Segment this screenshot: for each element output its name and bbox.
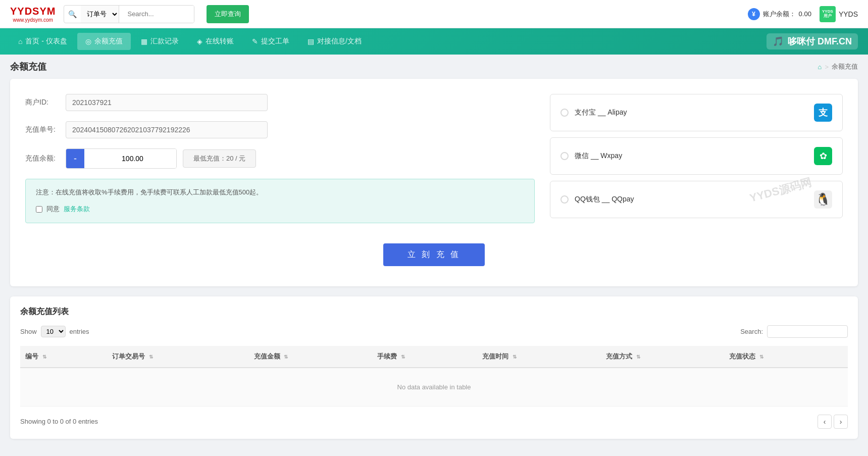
- agree-prefix: 同意: [46, 204, 60, 215]
- agree-row: 同意 服务条款: [36, 204, 524, 215]
- merchant-id-row: 商户ID:: [25, 94, 535, 111]
- no-data-row: No data available in table: [20, 368, 848, 407]
- pagination: ‹ ›: [818, 415, 848, 429]
- breadcrumb-home[interactable]: ⌂: [818, 63, 822, 71]
- col-id[interactable]: 编号 ⇅: [20, 346, 107, 368]
- search-select[interactable]: 订单号: [81, 6, 119, 23]
- ticket-icon: ✎: [252, 37, 258, 45]
- nav-label-records: 汇款记录: [150, 37, 179, 46]
- header-right: ¥ 账户余额： 0.00 YYDS用户 YYDS: [748, 6, 858, 22]
- col-fee[interactable]: 手续费 ⇅: [372, 346, 477, 368]
- search-input[interactable]: [123, 6, 194, 23]
- left-column: 商户ID: 充值单号: 充值余额: - + 最低充值：20: [25, 94, 535, 233]
- table-body: No data available in table: [20, 368, 848, 407]
- alipay-label: 支付宝 __ Alipay: [575, 108, 627, 117]
- payment-option-wechat[interactable]: 微信 __ Wxpay ✿: [550, 137, 843, 175]
- search-button[interactable]: 立即查询: [207, 5, 249, 23]
- table-search-label: Search:: [740, 328, 763, 335]
- logo-text: YYDSYM: [10, 6, 56, 17]
- header-left: YYDSYM www.yydsym.com 🔍 订单号 立即查询: [10, 5, 249, 23]
- payment-options: 支付宝 __ Alipay 支 微信 __ Wxpay ✿: [550, 94, 843, 218]
- sort-icon-amount: ⇅: [284, 354, 288, 360]
- alipay-icon: 支: [814, 104, 832, 122]
- sidebar-item-recharge[interactable]: ◎ 余额充值: [77, 33, 131, 50]
- table-search: Search:: [740, 325, 848, 338]
- sort-icon-method: ⇅: [636, 354, 640, 360]
- search-bar: 🔍 订单号: [64, 5, 194, 23]
- alipay-radio[interactable]: [560, 109, 569, 117]
- show-label: Show: [20, 328, 37, 335]
- recharge-icon: ◎: [85, 37, 91, 45]
- entries-label: entries: [70, 328, 89, 335]
- table-title: 余额充值列表: [20, 307, 848, 317]
- wechat-icon: ✿: [814, 147, 832, 165]
- nav-label-home: 首页 - 仪表盘: [25, 37, 67, 46]
- submit-row: 立 刻 充 值: [25, 233, 843, 271]
- col-order[interactable]: 订单交易号 ⇅: [107, 346, 249, 368]
- table-search-input[interactable]: [767, 325, 848, 338]
- notice-text: 注意：在线充值将收取%手续费用，免手续费可联系人工加款最低充值500起。: [36, 188, 263, 196]
- sidebar-item-records[interactable]: ▦ 汇款记录: [133, 33, 187, 50]
- agree-checkbox[interactable]: [36, 206, 42, 213]
- search-icon: 🔍: [64, 10, 81, 18]
- balance-value: 0.00: [799, 10, 811, 18]
- amount-row: 充值余额: - + 最低充值：20 / 元: [25, 148, 535, 169]
- sidebar-item-docs[interactable]: ▤ 对接信息/文档: [299, 33, 370, 50]
- amount-minus-button[interactable]: -: [66, 149, 84, 168]
- breadcrumb: ⌂ > 余额充值: [818, 62, 858, 71]
- balance-info: ¥ 账户余额： 0.00: [748, 8, 811, 20]
- sidebar-item-ticket[interactable]: ✎ 提交工单: [244, 33, 297, 50]
- sort-icon-id: ⇅: [42, 354, 46, 360]
- payment-option-alipay[interactable]: 支付宝 __ Alipay 支: [550, 94, 843, 131]
- payment-left-alipay: 支付宝 __ Alipay: [560, 108, 627, 117]
- recharge-no-row: 充值单号:: [25, 121, 535, 138]
- nav-label-docs: 对接信息/文档: [317, 37, 362, 46]
- col-status[interactable]: 充值状态 ⇅: [724, 346, 848, 368]
- next-page-button[interactable]: ›: [834, 415, 848, 429]
- min-charge-hint: 最低充值：20 / 元: [183, 149, 256, 168]
- nav-label-recharge: 余额充值: [94, 37, 123, 46]
- amount-wrapper: - +: [66, 148, 177, 169]
- records-icon: ▦: [141, 37, 147, 45]
- qqpay-label: QQ钱包 __ QQpay: [575, 195, 634, 204]
- showing-text: Showing 0 to 0 of 0 entries: [20, 418, 98, 425]
- two-col-layout: 商户ID: 充值单号: 充值余额: - + 最低充值：20: [25, 94, 843, 233]
- show-entries: Show 10 entries: [20, 326, 89, 337]
- docs-icon: ▤: [308, 37, 314, 45]
- entries-select[interactable]: 10: [41, 326, 66, 337]
- amount-controls: - + 最低充值：20 / 元: [66, 148, 256, 169]
- amount-input[interactable]: [84, 149, 177, 168]
- qq-icon: 🐧: [814, 190, 832, 209]
- recharge-no-input[interactable]: [66, 121, 268, 138]
- table-card: 余额充值列表 Show 10 entries Search: 编号 ⇅ 订单交易…: [10, 296, 858, 439]
- merchant-id-input[interactable]: [66, 94, 268, 111]
- breadcrumb-current: 余额充值: [832, 62, 858, 71]
- logo-sub: www.yydsym.com: [13, 17, 53, 23]
- payment-option-qqpay[interactable]: QQ钱包 __ QQpay 🐧: [550, 181, 843, 218]
- col-method[interactable]: 充值方式 ⇅: [601, 346, 725, 368]
- sidebar-item-transfer[interactable]: ◈ 在线转账: [189, 33, 242, 50]
- prev-page-button[interactable]: ‹: [818, 415, 832, 429]
- user-avatar: YYDS用户: [820, 6, 836, 22]
- username: YYDS: [839, 10, 858, 18]
- logo: YYDSYM www.yydsym.com: [10, 6, 56, 23]
- main-content: 商户ID: 充值单号: 充值余额: - + 最低充值：20: [0, 79, 868, 449]
- notice-box: 注意：在线充值将收取%手续费用，免手续费可联系人工加款最低充值500起。 同意 …: [25, 179, 535, 223]
- no-data-cell: No data available in table: [20, 368, 848, 407]
- nav-label-ticket: 提交工单: [261, 37, 289, 46]
- breadcrumb-bar: 余额充值 ⌂ > 余额充值: [0, 55, 868, 79]
- sidebar-item-home[interactable]: ⌂ 首页 - 仪表盘: [10, 33, 75, 50]
- col-amount[interactable]: 充值金额 ⇅: [249, 346, 373, 368]
- col-time[interactable]: 充值时间 ⇅: [477, 346, 601, 368]
- header: YYDSYM www.yydsym.com 🔍 订单号 立即查询 ¥ 账户余额：…: [0, 0, 868, 28]
- wechat-radio[interactable]: [560, 152, 569, 160]
- sort-icon-time: ⇅: [513, 354, 517, 360]
- submit-recharge-button[interactable]: 立 刻 充 值: [383, 243, 485, 266]
- nav-label-transfer: 在线转账: [206, 37, 234, 46]
- service-terms-link[interactable]: 服务条款: [64, 204, 90, 215]
- qqpay-radio[interactable]: [560, 195, 569, 204]
- nav: ⌂ 首页 - 仪表盘 ◎ 余额充值 ▦ 汇款记录 ◈ 在线转账 ✎ 提交工单 ▤…: [0, 28, 868, 55]
- yuan-icon: ¥: [748, 8, 760, 20]
- right-column: 支付宝 __ Alipay 支 微信 __ Wxpay ✿: [550, 94, 843, 218]
- sort-icon-order: ⇅: [149, 354, 153, 360]
